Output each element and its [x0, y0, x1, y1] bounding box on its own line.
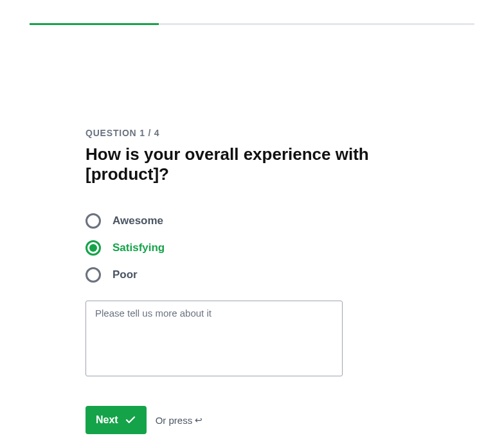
- radio-label: Poor: [113, 268, 138, 281]
- radio-option[interactable]: Awesome: [86, 213, 419, 229]
- progress-fill: [30, 23, 159, 25]
- radio-icon: [86, 267, 101, 283]
- hint-text: Or press: [156, 415, 193, 426]
- question-counter: QUESTION 1 / 4: [86, 128, 419, 138]
- next-button[interactable]: Next: [86, 406, 147, 434]
- radio-label: Awesome: [113, 215, 163, 227]
- keyboard-hint: Or press ↩: [156, 415, 203, 426]
- radio-option[interactable]: Satisfying: [86, 240, 419, 256]
- feedback-textarea[interactable]: [86, 301, 343, 376]
- question-title: How is your overall experience with [pro…: [86, 145, 419, 184]
- next-button-label: Next: [96, 414, 118, 426]
- radio-icon: [86, 213, 101, 229]
- check-icon: [125, 414, 136, 426]
- radio-label: Satisfying: [113, 241, 165, 254]
- enter-key-icon: ↩: [195, 415, 203, 425]
- radio-icon: [86, 240, 101, 256]
- progress-bar: [30, 23, 474, 25]
- radio-group: Awesome Satisfying Poor: [86, 213, 419, 283]
- radio-option[interactable]: Poor: [86, 267, 419, 283]
